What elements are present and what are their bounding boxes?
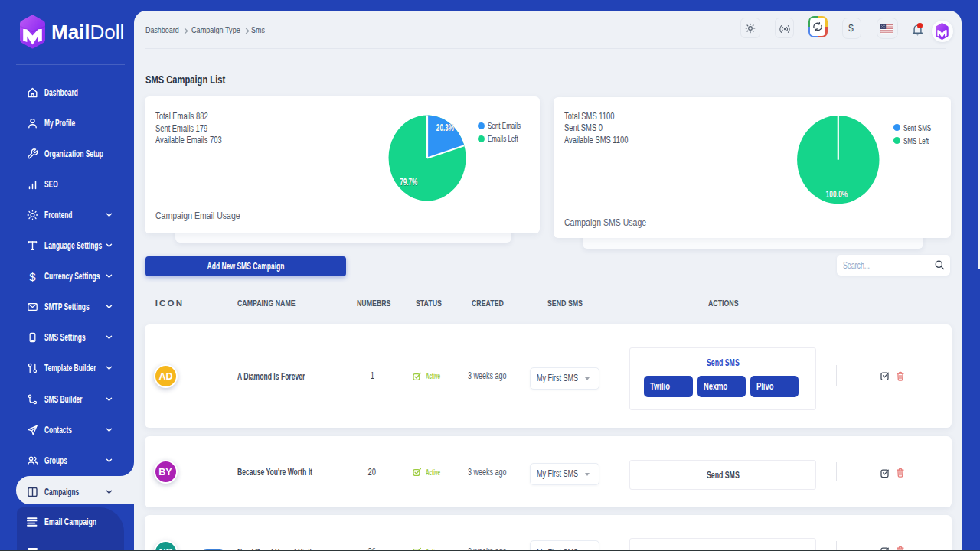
svg-text:79.7%: 79.7% [400, 178, 417, 187]
svg-text:20.3%: 20.3% [436, 122, 454, 132]
svg-text:100.0%: 100.0% [826, 189, 848, 199]
